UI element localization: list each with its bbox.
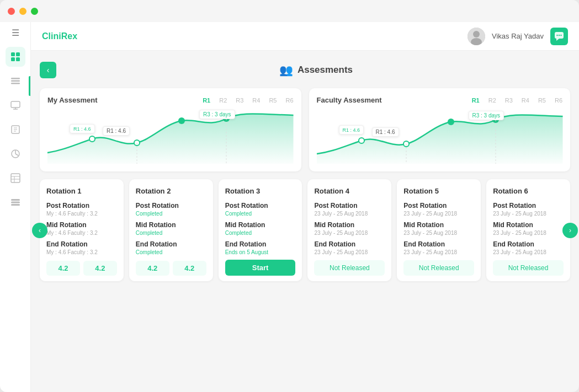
charts-row: My Assesment R1 R2 R3 R4 R5 R6 (40, 88, 570, 171)
card-footer-3: Start (225, 260, 296, 276)
chart-tooltip-r3-1: R3 : 3 days (199, 110, 235, 119)
tooltip-small-label-2: R1 : 4.6 (343, 127, 360, 133)
end-rotation-title-6: End Rotation (493, 240, 564, 248)
post-rotation-title-5: Post Rotation (403, 202, 474, 210)
rotation-card-2: Rotation 2 Post Rotation Completed Mid R… (129, 179, 213, 281)
chart-tooltip-r1-1: R1 : 4.6 (103, 126, 130, 136)
card-footer-2: 4.2 4.2 (136, 261, 206, 276)
post-rotation-5: Post Rotation 23 July - 25 Aug 2018 (403, 202, 474, 217)
chat-icon[interactable] (550, 28, 568, 45)
svg-marker-28 (556, 39, 559, 41)
post-rotation-sub-5: 23 July - 25 Aug 2018 (403, 211, 474, 217)
page-header: ‹ 👥 Assesments (40, 60, 570, 80)
tooltip-label-r3-2: R3 : 3 days (472, 112, 501, 119)
post-rotation-4: Post Rotation 23 July - 25 Aug 2018 (314, 202, 385, 217)
post-rotation-sub-2: Completed (136, 211, 206, 217)
chart-title-2: Faculty Assesment (317, 96, 463, 104)
chart-tab-r1-1[interactable]: R1 (203, 97, 210, 104)
chart-tooltip-small-2: R1 : 4.6 (339, 125, 364, 135)
back-button[interactable]: ‹ (40, 62, 56, 78)
sidebar-item-list[interactable] (6, 71, 25, 91)
end-rotation-title-4: End Rotation (314, 240, 385, 248)
rotation-card-4: Rotation 4 Post Rotation 23 July - 25 Au… (307, 179, 391, 281)
svg-rect-3 (16, 57, 20, 61)
tooltip-label-r1-2: R1 : 4.6 (376, 129, 395, 135)
chart-tab-r4-2[interactable]: R4 (522, 97, 529, 104)
end-rotation-title-2: End Rotation (136, 240, 206, 248)
chart-tab-r6-1[interactable]: R6 (285, 97, 293, 104)
menu-toggle[interactable]: ☰ (12, 28, 19, 38)
top-nav-right: Vikas Raj Yadav (468, 28, 568, 45)
card-footer-5: Not Released (403, 260, 474, 276)
card-footer-4: Not Released (314, 260, 385, 276)
sidebar-item-table[interactable] (6, 168, 25, 188)
rotation-title-4: Rotation 4 (314, 187, 385, 195)
rotation-card-3: Rotation 3 Post Rotation Completed Mid R… (219, 179, 302, 281)
end-rotation-2: End Rotation Completed (136, 240, 206, 255)
prev-rotation-button[interactable]: ‹ (32, 223, 47, 238)
post-rotation-sub-3: Completed (225, 211, 296, 217)
rotation-title-3: Rotation 3 (225, 187, 296, 195)
post-rotation-title-1: Post Rotation (46, 202, 117, 210)
svg-point-32 (89, 136, 95, 142)
mid-rotation-5: Mid Rotation 23 July - 25 Aug 2018 (403, 221, 474, 236)
svg-point-34 (178, 117, 185, 124)
mid-rotation-sub-5: 23 July - 25 Aug 2018 (403, 230, 474, 236)
rotation-card-6: Rotation 6 Post Rotation 23 July - 25 Au… (486, 179, 570, 281)
mid-rotation-sub-2: Completed (136, 230, 206, 236)
svg-point-25 (473, 31, 480, 37)
post-rotation-title-2: Post Rotation (136, 202, 206, 210)
not-released-button-4[interactable]: Not Released (314, 260, 385, 276)
not-released-button-5[interactable]: Not Released (403, 260, 474, 276)
mid-rotation-title-6: Mid Rotation (493, 221, 564, 229)
sidebar-item-stats[interactable] (6, 144, 25, 164)
not-released-button-6[interactable]: Not Released (493, 260, 564, 276)
chart-tab-r1-2[interactable]: R1 (472, 97, 480, 104)
svg-rect-6 (11, 83, 20, 84)
minimize-button[interactable] (19, 8, 26, 15)
mid-rotation-title-5: Mid Rotation (403, 221, 474, 229)
start-button-3[interactable]: Start (225, 260, 296, 276)
sidebar-item-settings[interactable] (6, 192, 25, 212)
post-rotation-6: Post Rotation 23 July - 25 Aug 2018 (493, 202, 564, 217)
mid-rotation-1: Mid Rotation My : 4.6 Faculty : 3.2 (46, 221, 117, 236)
rotation-title-2: Rotation 2 (136, 187, 206, 195)
chart-tab-r2-2[interactable]: R2 (488, 97, 496, 104)
app-logo: CliniRex (42, 31, 77, 41)
end-rotation-5: End Rotation 23 July - 25 Aug 2018 (403, 240, 474, 255)
close-button[interactable] (8, 8, 15, 15)
chart-tooltip-r1-2: R1 : 4.6 (372, 127, 399, 137)
chart-tab-r5-1[interactable]: R5 (269, 97, 277, 104)
sidebar-item-monitor[interactable] (6, 95, 25, 115)
chart-tab-r2-1[interactable]: R2 (219, 97, 227, 104)
chart-tab-r4-1[interactable]: R4 (252, 97, 260, 104)
next-rotation-button[interactable]: › (562, 223, 578, 238)
maximize-button[interactable] (31, 8, 38, 15)
end-rotation-sub-5: 23 July - 25 Aug 2018 (403, 249, 474, 255)
post-rotation-1: Post Rotation My : 4.6 Faculty : 3.2 (46, 202, 117, 217)
post-rotation-sub-1: My : 4.6 Faculty : 3.2 (46, 211, 117, 217)
chart-tab-r3-2[interactable]: R3 (505, 97, 513, 104)
chart-tab-r5-2[interactable]: R5 (538, 97, 546, 104)
user-name: Vikas Raj Yadav (492, 32, 544, 40)
sidebar-item-dashboard[interactable] (6, 47, 25, 67)
mid-rotation-sub-6: 23 July - 25 Aug 2018 (493, 230, 564, 236)
post-rotation-sub-6: 23 July - 25 Aug 2018 (493, 211, 564, 217)
score-badge-1b: 4.2 (83, 261, 117, 276)
top-nav: CliniRex Vikas Raj Yadav (31, 22, 579, 51)
mid-rotation-title-3: Mid Rotation (225, 221, 296, 229)
chart-tab-r3-1[interactable]: R3 (236, 97, 243, 104)
sidebar-item-book[interactable] (6, 120, 25, 139)
main-content: CliniRex Vikas Raj Yadav (31, 22, 579, 392)
post-rotation-title-6: Post Rotation (493, 202, 564, 210)
active-indicator (29, 76, 30, 96)
svg-point-29 (556, 34, 557, 35)
post-rotation-title-3: Post Rotation (225, 202, 296, 210)
card-footer-1: 4.2 4.2 (46, 261, 117, 276)
score-badge-1a: 4.2 (46, 261, 80, 276)
chart-header-2: Faculty Assesment R1 R2 R3 R4 R5 R6 (317, 96, 563, 104)
my-assessment-chart: My Assesment R1 R2 R3 R4 R5 R6 (40, 88, 301, 171)
logo-text-part1: Clini (42, 31, 61, 41)
chart-tab-r6-2[interactable]: R6 (555, 97, 562, 104)
mid-rotation-2: Mid Rotation Completed (136, 221, 206, 236)
